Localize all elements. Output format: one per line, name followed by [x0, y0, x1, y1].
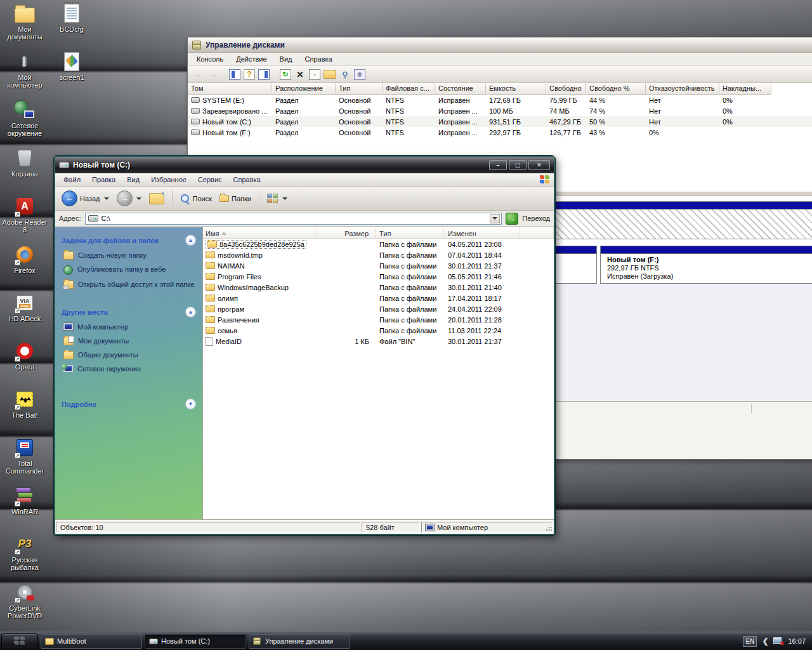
column-header-type[interactable]: Тип: [376, 227, 444, 239]
column-header-status[interactable]: Состояние: [435, 83, 486, 95]
network-disconnected-icon[interactable]: [773, 637, 783, 645]
file-row[interactable]: Program Files Папка с файлами 05.05.2011…: [203, 271, 554, 282]
show-console-tree-icon[interactable]: [229, 69, 240, 80]
menu-console[interactable]: Консоль: [190, 54, 230, 64]
taskbar-button-multiboot[interactable]: MultiBoot: [41, 634, 142, 649]
properties-icon[interactable]: ◦: [309, 69, 320, 80]
column-header-free-pct[interactable]: Свободно %: [586, 83, 646, 95]
file-row[interactable]: MediaID 1 КБ Файл "BIN" 30.01.2011 21:37: [203, 336, 554, 347]
desktop-icon-opera[interactable]: Opera: [1, 340, 48, 388]
file-row[interactable]: msdownld.tmp Папка с файлами 07.04.2011 …: [203, 249, 554, 260]
column-header-filesystem[interactable]: Файловая с...: [383, 83, 435, 95]
column-header-fault-tolerance[interactable]: Отказоустойчивость: [646, 83, 719, 95]
desktop-icon-powerdvd[interactable]: CyberLink PowerDVD: [1, 581, 48, 630]
maximize-button[interactable]: [509, 160, 527, 170]
column-header-capacity[interactable]: Емкость: [486, 83, 546, 95]
task-new-folder[interactable]: Создать новую папку: [63, 251, 196, 260]
disk-management-titlebar[interactable]: Управление дисками: [188, 37, 812, 53]
volume-row[interactable]: Новый том (F:) Раздел Основной NTFS Испр…: [188, 127, 812, 138]
desktop-icon-adobe-reader[interactable]: Adobe Reader 8: [1, 196, 48, 244]
place-shared-documents[interactable]: Общие документы: [63, 351, 196, 359]
delete-icon[interactable]: ✕: [294, 69, 306, 80]
menu-view[interactable]: Вид: [121, 175, 145, 185]
views-dropdown-icon[interactable]: [282, 197, 287, 200]
file-row[interactable]: WindowsImageBackup Папка с файлами 30.01…: [203, 282, 554, 293]
desktop-icon-my-computer[interactable]: Мой компьютер: [1, 51, 48, 99]
menu-favorites[interactable]: Избранное: [145, 175, 192, 185]
column-header-layout[interactable]: Расположение: [272, 83, 336, 95]
desktop-icon-recycle-bin[interactable]: Корзина: [1, 147, 48, 196]
desktop-icon-firefox[interactable]: Firefox: [1, 244, 48, 292]
place-my-computer[interactable]: Мой компьютер: [63, 323, 196, 331]
search-button[interactable]: Поиск: [178, 192, 214, 205]
file-row[interactable]: Развлечения Папка с файлами 20.01.2011 2…: [203, 314, 554, 325]
desktop-icon-the-bat[interactable]: The Bat!: [1, 388, 48, 437]
place-network[interactable]: Сетевое окружение: [63, 365, 196, 373]
tray-collapse-chevron-icon[interactable]: ❮: [762, 637, 768, 646]
column-header-modified[interactable]: Изменен: [444, 227, 520, 239]
file-row[interactable]: олимп Папка с файлами 17.04.2011 18:17: [203, 293, 554, 303]
volume-row[interactable]: Новый том (C:) Раздел Основной NTFS Испр…: [188, 116, 812, 127]
menu-action[interactable]: Действие: [230, 54, 273, 64]
desktop-icon-network-places[interactable]: Сетевое окружение: [1, 99, 48, 147]
address-dropdown-button[interactable]: [490, 214, 500, 223]
file-row[interactable]: семья Папка с файлами 11.03.2011 22:24: [203, 325, 554, 336]
menu-help[interactable]: Справка: [228, 175, 266, 185]
back-button[interactable]: ← Назад: [59, 189, 112, 208]
show-action-pane-icon[interactable]: [258, 69, 270, 80]
language-indicator[interactable]: EN: [743, 636, 757, 647]
column-header-overhead[interactable]: Накладны...: [719, 83, 771, 95]
refresh-icon[interactable]: ↻: [280, 69, 291, 80]
explorer-titlebar[interactable]: Новый том (C:): [55, 157, 554, 173]
find-icon[interactable]: ⚲: [339, 69, 351, 80]
folders-button[interactable]: Папки: [217, 194, 254, 204]
task-share-folder[interactable]: Открыть общий доступ к этой папке: [63, 281, 196, 289]
resize-grip[interactable]: [546, 525, 552, 531]
menu-file[interactable]: Файл: [58, 175, 86, 185]
collapse-chevron-icon[interactable]: [185, 307, 196, 317]
volume-row[interactable]: SYSTEM (E:) Раздел Основной NTFS Исправе…: [188, 95, 812, 105]
help-topics-icon[interactable]: ?: [244, 69, 255, 80]
minimize-button[interactable]: [489, 160, 507, 170]
up-button[interactable]: [147, 192, 167, 206]
go-button[interactable]: [506, 213, 518, 225]
forward-icon[interactable]: →: [207, 69, 219, 80]
collapse-chevron-icon[interactable]: [185, 235, 196, 246]
go-label[interactable]: Переход: [522, 215, 550, 222]
desktop-icon-russian-fishing[interactable]: Русская рыбалка: [1, 533, 48, 581]
volume-row[interactable]: Зарезервировано ... Раздел Основной NTFS…: [188, 105, 812, 116]
column-header-type[interactable]: Тип: [336, 83, 383, 95]
back-icon[interactable]: ←: [193, 69, 204, 80]
partition-box-f[interactable]: Новый том (F:) 292,97 ГБ NTFS Исправен (…: [600, 246, 812, 284]
menu-edit[interactable]: Правка: [86, 175, 121, 185]
forward-button[interactable]: →: [114, 189, 144, 208]
manage-icon[interactable]: ⚙: [354, 69, 365, 80]
file-row[interactable]: програм Папка с файлами 24.04.2011 22:09: [203, 303, 554, 314]
address-input[interactable]: C:\: [85, 213, 502, 225]
open-icon[interactable]: [324, 70, 336, 79]
desktop-icon-winrar[interactable]: WinRAR: [1, 485, 48, 533]
desktop-icon-total-commander[interactable]: Total Commander: [1, 437, 48, 485]
close-button[interactable]: [528, 160, 550, 170]
task-publish-web[interactable]: Опубликовать папку в вебе: [63, 265, 196, 275]
menu-tools[interactable]: Сервис: [192, 175, 228, 185]
place-my-documents[interactable]: Мои документы: [63, 337, 196, 345]
taskbar-button-new-volume-c[interactable]: Новый том (C:): [145, 634, 246, 649]
desktop-icon-hd-adeck[interactable]: HD ADeck: [1, 292, 48, 340]
start-button[interactable]: [1, 633, 38, 649]
menu-help[interactable]: Справка: [299, 54, 339, 64]
desktop-icon-my-documents[interactable]: Мои документы: [1, 3, 48, 51]
taskbar-button-disk-management[interactable]: Управление дисками: [249, 634, 350, 649]
forward-dropdown-icon[interactable]: [136, 197, 141, 200]
file-row[interactable]: 8a435c6225b9ded28e925a Папка с файлами 0…: [203, 239, 554, 249]
column-header-volume[interactable]: Том: [188, 83, 272, 95]
column-header-free[interactable]: Свободно: [546, 83, 586, 95]
expand-chevron-icon[interactable]: [185, 399, 196, 409]
taskbar-clock[interactable]: 16:07: [788, 637, 806, 645]
column-header-name[interactable]: Имя: [203, 227, 317, 239]
views-button[interactable]: [265, 192, 290, 205]
menu-view[interactable]: Вид: [273, 54, 299, 64]
column-header-size[interactable]: Размер: [317, 227, 376, 239]
desktop-icon-bcdcfg[interactable]: BCDcfg: [48, 3, 95, 51]
file-row[interactable]: NAIMAN Папка с файлами 30.01.2011 21:37: [203, 260, 554, 271]
